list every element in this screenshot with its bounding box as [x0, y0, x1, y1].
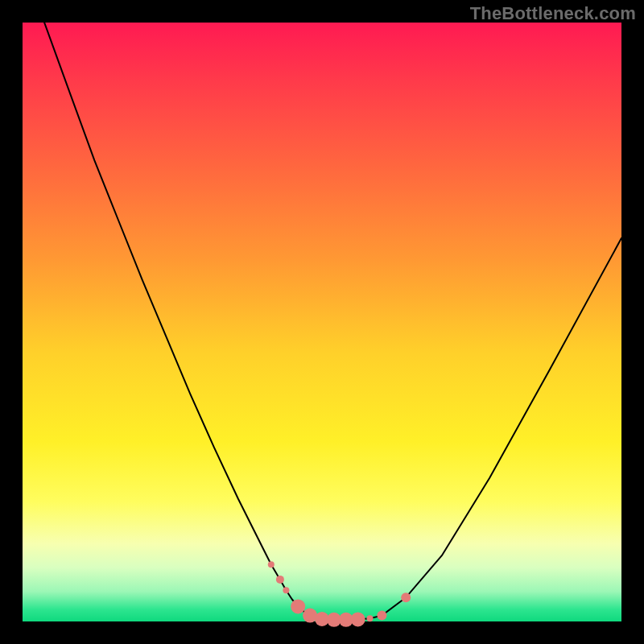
sample-point — [291, 599, 305, 613]
sample-point — [401, 592, 411, 602]
curve-layer — [23, 23, 621, 621]
gradient-plot-area — [23, 23, 621, 621]
sample-point — [377, 611, 386, 621]
bottleneck-curve — [23, 0, 621, 620]
sample-point — [276, 576, 284, 584]
chart-frame: TheBottleneck.com — [0, 0, 644, 644]
sample-point — [351, 612, 365, 626]
sample-point — [367, 615, 374, 621]
sample-point — [268, 561, 275, 568]
watermark-text: TheBottleneck.com — [470, 3, 636, 24]
sample-point — [283, 587, 289, 593]
